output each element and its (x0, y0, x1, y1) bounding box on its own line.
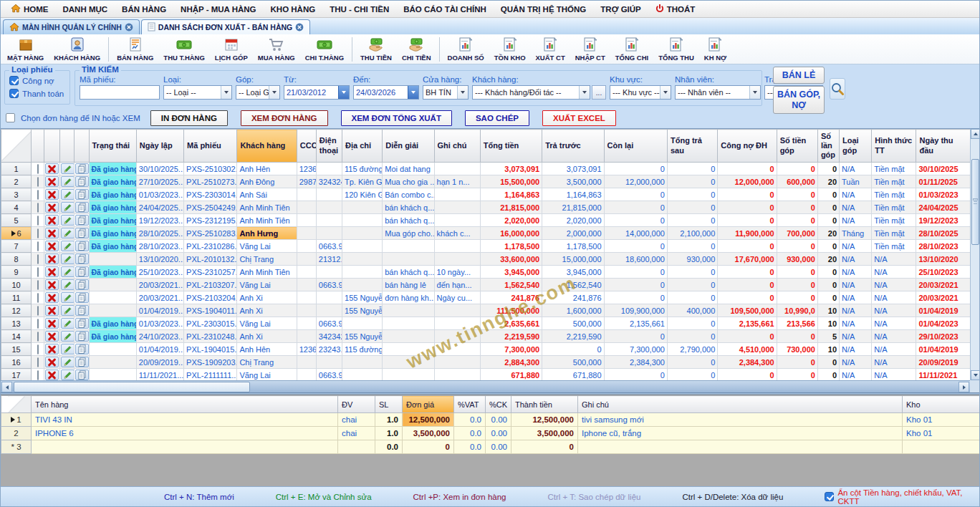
detail-column-header-ck[interactable]: %CK (486, 396, 511, 413)
row-edit-button[interactable] (61, 228, 75, 238)
row-edit-button[interactable] (61, 331, 75, 342)
row-checkbox[interactable] (37, 216, 39, 226)
menu-item-b-n-h-ng[interactable]: BÁN HÀNG (115, 1, 173, 17)
detail-cell-qty[interactable]: 1.0 (375, 413, 403, 427)
row-copy-button[interactable] (75, 266, 89, 277)
horizontal-scrollbar[interactable] (1, 380, 970, 392)
column-header-paid[interactable]: Trả trước (542, 130, 604, 163)
detail-column-header-wh[interactable]: Kho (903, 396, 980, 413)
row-edit-button-cell[interactable] (60, 163, 75, 175)
row-copy-button[interactable] (75, 344, 89, 354)
chevron-down-icon[interactable] (221, 86, 231, 99)
row-edit-button-cell[interactable] (60, 330, 75, 343)
column-header-first[interactable]: Ngày thu đầu (916, 130, 971, 163)
row-copy-button-cell[interactable] (75, 266, 89, 279)
row-checkbox[interactable] (37, 370, 39, 380)
detail-cell-qty[interactable]: 1.0 (375, 427, 403, 440)
row-delete-button-cell[interactable] (44, 356, 60, 369)
detail-column-header-name[interactable]: Tên hàng (32, 396, 338, 413)
row-checkbox[interactable] (37, 280, 39, 290)
chevron-down-icon[interactable] (408, 86, 418, 99)
column-header-desc[interactable]: Diễn giải (383, 130, 434, 163)
detail-cell-vat[interactable]: 0.0 (454, 427, 486, 440)
vertical-scrollbar[interactable] (970, 129, 979, 380)
column-header-phone[interactable]: Điện thoại (316, 130, 342, 163)
detail-cell-ck[interactable]: 0.00 (486, 413, 511, 427)
detail-cell-unit[interactable]: chai (338, 413, 375, 427)
detail-cell-name[interactable]: TIVI 43 IN (32, 413, 338, 427)
row-checkbox[interactable] (37, 254, 39, 264)
column-header-total[interactable]: Tổng tiền (480, 130, 542, 163)
row-edit-button-cell[interactable] (60, 279, 75, 291)
toolbar-button-kh-n-[interactable]: KH NỢ (699, 35, 731, 64)
column-header-paylater[interactable]: Tổng trả sau (667, 130, 717, 163)
row-delete-button-cell[interactable] (44, 369, 60, 382)
row-edit-button-cell[interactable] (60, 343, 75, 356)
detail-column-header-note[interactable]: Ghi chú (578, 396, 903, 413)
order-row[interactable]: 2Đã giao hàng27/10/2025...PXL-2510273...… (1, 175, 971, 188)
detail-cell-amount[interactable]: 0 (511, 440, 578, 454)
close-icon[interactable] (125, 23, 133, 32)
row-checkbox-cell[interactable] (32, 304, 44, 317)
toolbar-button-thu-t-h-ng[interactable]: THU T.HÀNG (158, 35, 210, 64)
retail-sale-button[interactable]: BÁN LẺ (773, 67, 825, 84)
column-header-inst_type[interactable]: Loại góp (840, 130, 872, 163)
grid-corner-cell[interactable] (1, 130, 32, 163)
row-delete-button[interactable] (45, 357, 59, 367)
detail-cell-wh[interactable]: Kho 01 (903, 413, 980, 427)
horizontal-scroll-thumb[interactable] (14, 382, 250, 392)
row-edit-button[interactable] (61, 279, 75, 290)
menu-item-qu-n-tr-h-th-ng[interactable]: QUẢN TRỊ HỆ THỐNG (494, 1, 593, 17)
menu-item-nh-p-mua-h-ng[interactable]: NHẬP - MUA HÀNG (173, 1, 263, 17)
column-header-customer[interactable]: Khách hàng (237, 130, 297, 163)
row-edit-button-cell[interactable] (60, 188, 75, 201)
row-delete-button[interactable] (45, 370, 59, 380)
detail-cell-price[interactable]: 12,500,000 (403, 413, 454, 427)
row-checkbox[interactable] (37, 203, 39, 213)
row-checkbox[interactable] (37, 267, 39, 277)
chevron-down-icon[interactable] (579, 86, 590, 99)
row-checkbox-cell[interactable] (32, 227, 44, 240)
search-button[interactable] (830, 78, 845, 100)
row-edit-button[interactable] (61, 266, 75, 277)
row-edit-button-cell[interactable] (60, 291, 75, 304)
row-edit-button-cell[interactable] (60, 214, 75, 227)
detail-cell-price[interactable]: 3,500,000 (403, 427, 454, 440)
close-icon[interactable] (295, 23, 304, 32)
toolbar-button-kh-ch-h-ng[interactable]: KHÁCH HÀNG (49, 35, 105, 64)
action-button-sao-ch-p[interactable]: SAO CHÉP (465, 110, 529, 126)
tab-inactive[interactable]: MÀN HÌNH QUẢN LÝ CHÍNH (3, 19, 140, 34)
row-delete-button[interactable] (45, 202, 59, 213)
item-row[interactable]: 1TIVI 43 INchai1.012,500,0000.00.0012,50… (1, 413, 980, 427)
column-header-inst_amt[interactable]: Số tiền góp (777, 130, 817, 163)
toolbar-button-doanh-s-[interactable]: DOANH SỐ (443, 35, 489, 64)
row-delete-button[interactable] (45, 241, 59, 251)
row-copy-button-cell[interactable] (75, 188, 89, 201)
row-copy-button[interactable] (75, 176, 89, 187)
row-edit-button-cell[interactable] (60, 356, 75, 369)
row-checkbox-cell[interactable] (32, 266, 44, 279)
detail-column-header-qty[interactable]: SL (375, 396, 403, 413)
detail-cell-wh[interactable]: Kho 01 (903, 427, 980, 440)
detail-cell-note[interactable]: Iphone cũ, trắng (578, 427, 903, 440)
row-copy-button[interactable] (75, 279, 89, 290)
row-delete-button[interactable] (45, 318, 59, 329)
order-row[interactable]: 1501/04/2019...PXL-1904015...Anh Hên1236… (1, 343, 971, 356)
row-delete-button[interactable] (45, 254, 59, 264)
row-delete-button[interactable] (45, 228, 59, 238)
ma-phieu-input[interactable] (80, 85, 160, 100)
row-copy-button[interactable] (75, 292, 89, 303)
menu-item-home[interactable]: HOME (4, 1, 56, 17)
detail-cell-amount[interactable]: 3,500,000 (511, 427, 578, 440)
row-checkbox[interactable] (37, 177, 39, 187)
row-copy-button-cell[interactable] (75, 201, 89, 214)
row-edit-button[interactable] (61, 163, 75, 174)
order-row[interactable]: 13Đã giao hàng01/03/2023...PXL-2303015..… (1, 317, 971, 330)
hide-columns-checkbox[interactable] (825, 492, 834, 501)
chevron-down-icon[interactable] (457, 86, 468, 99)
detail-cell-ck[interactable]: 0.00 (486, 440, 511, 454)
detail-cell-price[interactable]: 0 (403, 440, 454, 454)
row-delete-button-cell[interactable] (44, 330, 60, 343)
row-checkbox[interactable] (37, 357, 39, 367)
menu-item-kho-h-ng[interactable]: KHO HÀNG (264, 1, 323, 17)
